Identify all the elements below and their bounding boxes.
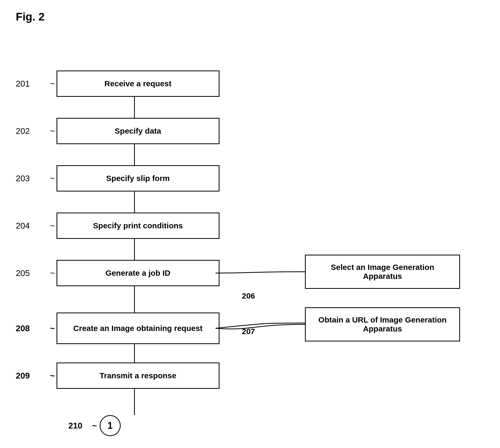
step-201-label: 201 [16, 79, 47, 89]
page-title: Fig. 2 [16, 11, 484, 23]
connector-205-208 [134, 286, 135, 313]
connector-202-203 [134, 144, 135, 165]
step-207: Obtain a URL of Image Generation Apparat… [305, 307, 460, 341]
step-208-label: 208 [16, 324, 47, 333]
step-207-box: Obtain a URL of Image Generation Apparat… [305, 307, 460, 341]
step-203-box: Specify slip form [57, 165, 220, 192]
tilde-203: ~ [50, 174, 55, 183]
step-202-label: 202 [16, 126, 47, 136]
step-202-box: Specify data [57, 118, 220, 144]
tilde-201: ~ [50, 79, 55, 89]
tilde-202: ~ [50, 126, 55, 136]
step-206: Select an Image Generation Apparatus [305, 255, 460, 289]
connector-201-202 [134, 97, 135, 118]
step-205: 205 ~ Generate a job ID [16, 260, 220, 286]
step-209-label: 209 [16, 371, 47, 381]
connector-209-210 [134, 389, 135, 415]
tilde-208: ~ [50, 324, 55, 333]
step-209: 209 ~ Transmit a response [16, 363, 220, 389]
end-circle: 1 [100, 415, 121, 436]
tilde-210: ~ [92, 421, 97, 431]
step-206-box: Select an Image Generation Apparatus [305, 255, 460, 289]
step-201: 201 ~ Receive a request [16, 71, 220, 97]
curve-208-207 [216, 324, 305, 329]
tilde-209: ~ [50, 371, 55, 381]
step-208-box: Create an Image obtaining request [57, 313, 220, 344]
step-210: 210 ~ 1 [68, 415, 121, 436]
label-206: 206 [242, 291, 255, 300]
step-201-box: Receive a request [57, 71, 220, 97]
step-205-box: Generate a job ID [57, 260, 220, 286]
curve-206-208 [216, 323, 305, 328]
curve-205-206 [216, 272, 305, 273]
step-208: 208 ~ Create an Image obtaining request [16, 313, 220, 344]
connector-204-205 [134, 239, 135, 260]
label-207: 207 [242, 327, 255, 336]
connector-208-209 [134, 343, 135, 363]
step-204-box: Specify print conditions [57, 213, 220, 239]
step-202: 202 ~ Specify data [16, 118, 220, 144]
tilde-204: ~ [50, 221, 55, 231]
step-209-box: Transmit a response [57, 363, 220, 389]
step-204: 204 ~ Specify print conditions [16, 213, 220, 239]
tilde-205: ~ [50, 268, 55, 278]
step-205-label: 205 [16, 268, 47, 278]
step-210-label: 210 [68, 421, 89, 431]
step-203-label: 203 [16, 174, 47, 183]
step-203: 203 ~ Specify slip form [16, 165, 220, 192]
step-204-label: 204 [16, 221, 47, 231]
connector-203-204 [134, 192, 135, 213]
